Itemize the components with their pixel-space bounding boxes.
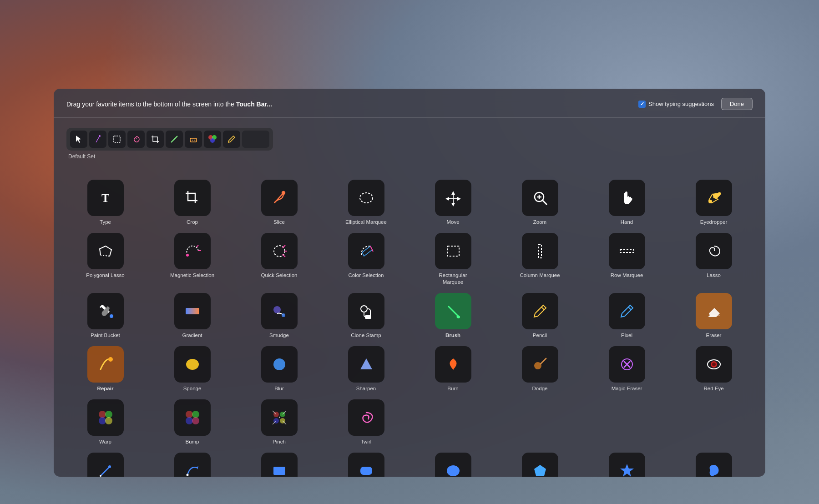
repair-label: Repair xyxy=(97,385,114,392)
svg-rect-23 xyxy=(447,246,459,256)
ds-marquee[interactable] xyxy=(108,131,126,148)
tool-slice[interactable]: Slice xyxy=(240,180,318,226)
tool-ellipse-shape[interactable]: Ellipse Shape xyxy=(414,453,492,477)
tool-pinch[interactable]: Pinch xyxy=(240,399,318,445)
star-shape-icon xyxy=(609,453,645,477)
tool-eraser[interactable]: Eraser xyxy=(675,293,753,339)
tool-warp[interactable]: Warp xyxy=(66,399,144,445)
clone-stamp-icon xyxy=(348,293,384,329)
tool-pixel[interactable]: Pixel xyxy=(588,293,666,339)
magnetic-selection-icon xyxy=(174,233,211,269)
polygonal-lasso-icon xyxy=(87,233,124,269)
pen-icon xyxy=(87,453,124,477)
tool-color-selection[interactable]: Color Selection xyxy=(327,233,405,286)
brush-icon xyxy=(435,293,471,329)
type-label: Type xyxy=(100,219,111,226)
tool-pen[interactable]: Pen xyxy=(66,453,144,477)
tool-custom-shape[interactable]: Custom Shape xyxy=(675,453,753,477)
row-marquee-label: Row Marquee xyxy=(611,272,643,279)
tool-zoom[interactable]: Zoom xyxy=(501,180,579,226)
tool-column-marquee[interactable]: Column Marquee xyxy=(501,233,579,286)
svg-point-30 xyxy=(361,306,367,312)
rectangular-marquee-label: RectangularMarquee xyxy=(439,272,467,286)
lasso-icon xyxy=(696,233,732,269)
svg-rect-5 xyxy=(190,138,197,142)
svg-line-41 xyxy=(541,358,546,364)
tool-star-shape[interactable]: Star Shape xyxy=(588,453,666,477)
tool-sponge[interactable]: Sponge xyxy=(153,346,231,392)
ds-crop[interactable] xyxy=(147,131,164,148)
ds-pencil[interactable] xyxy=(223,131,240,148)
tool-repair[interactable]: Repair xyxy=(66,346,144,392)
tool-move[interactable]: Move xyxy=(414,180,492,226)
tool-rectangular-marquee[interactable]: RectangularMarquee xyxy=(414,233,492,286)
tool-gradient[interactable]: Gradient xyxy=(153,293,231,339)
tool-bump[interactable]: Bump xyxy=(153,399,231,445)
tool-quick-selection[interactable]: Quick Selection xyxy=(240,233,318,286)
quick-selection-label: Quick Selection xyxy=(261,272,298,279)
tool-rectangle-shape[interactable]: Rectangle Shape xyxy=(240,453,318,477)
tool-pencil[interactable]: Pencil xyxy=(501,293,579,339)
show-typing-label[interactable]: Show typing suggestions xyxy=(638,101,714,108)
done-button[interactable]: Done xyxy=(721,98,753,110)
tool-rounded-rectangle-shape[interactable]: Rounded Rectangle Shape xyxy=(327,453,405,477)
svg-point-61 xyxy=(186,474,188,476)
svg-point-38 xyxy=(273,358,285,370)
elliptical-marquee-icon xyxy=(348,180,384,216)
svg-rect-62 xyxy=(273,467,285,475)
tool-paint-bucket[interactable]: Paint Bucket xyxy=(66,293,144,339)
tool-polygonal-lasso[interactable]: Polygonal Lasso xyxy=(66,233,144,286)
tool-lasso[interactable]: Lasso xyxy=(675,233,753,286)
default-set-label: Default Set xyxy=(66,153,95,160)
tool-polygon-shape[interactable]: Polygon Shape xyxy=(501,453,579,477)
ds-pen[interactable] xyxy=(89,131,106,148)
dodge-icon xyxy=(522,346,558,383)
tool-dodge[interactable]: Dodge xyxy=(501,346,579,392)
ds-lasso[interactable] xyxy=(127,131,145,148)
tool-smudge[interactable]: Smudge xyxy=(240,293,318,339)
svg-point-60 xyxy=(100,475,101,477)
tool-magic-eraser[interactable]: Magic Eraser xyxy=(588,346,666,392)
svg-point-28 xyxy=(273,306,281,313)
svg-point-45 xyxy=(712,363,716,366)
tool-eyedropper[interactable]: Eyedropper xyxy=(675,180,753,226)
tool-magnetic-selection[interactable]: Magnetic Selection xyxy=(153,233,231,286)
svg-point-11 xyxy=(282,192,285,194)
tool-hand[interactable]: Hand xyxy=(588,180,666,226)
crop-label: Crop xyxy=(187,219,198,226)
tool-brush[interactable]: Brush xyxy=(414,293,492,339)
default-set-bar xyxy=(66,128,273,151)
gradient-icon xyxy=(174,293,211,329)
dialog-content: Default Set T Type Crop xyxy=(54,118,765,477)
tool-twirl[interactable]: Twirl xyxy=(327,399,405,445)
tool-crop[interactable]: Crop xyxy=(153,180,231,226)
svg-point-9 xyxy=(210,138,215,143)
tool-type[interactable]: T Type xyxy=(66,180,144,226)
ds-cursor[interactable] xyxy=(70,131,87,148)
svg-point-18 xyxy=(709,200,712,203)
tool-clone-stamp[interactable]: Clone Stamp xyxy=(327,293,405,339)
tool-row-marquee[interactable]: Row Marquee xyxy=(588,233,666,286)
ds-smudge[interactable] xyxy=(204,131,221,148)
tool-burn[interactable]: Burn xyxy=(414,346,492,392)
move-label: Move xyxy=(446,219,459,226)
tool-sharpen[interactable]: Sharpen xyxy=(327,346,405,392)
sharpen-label: Sharpen xyxy=(356,385,376,392)
pinch-icon xyxy=(261,399,298,436)
show-typing-checkbox[interactable] xyxy=(638,101,646,108)
tool-freeform-pen[interactable]: Freeform Pen xyxy=(153,453,231,477)
tool-blur[interactable]: Blur xyxy=(240,346,318,392)
svg-point-51 xyxy=(192,411,199,418)
svg-point-52 xyxy=(186,417,193,424)
color-selection-icon xyxy=(348,233,384,269)
ds-brush[interactable] xyxy=(166,131,183,148)
ellipse-shape-icon xyxy=(435,453,471,477)
clone-stamp-label: Clone Stamp xyxy=(351,332,381,339)
warp-icon xyxy=(87,399,124,436)
bump-label: Bump xyxy=(185,438,199,445)
tool-elliptical-marquee[interactable]: Elliptical Marquee xyxy=(327,180,405,226)
warp-label: Warp xyxy=(99,438,111,445)
svg-point-59 xyxy=(108,465,111,468)
ds-eraser[interactable] xyxy=(185,131,202,148)
tool-red-eye[interactable]: Red Eye xyxy=(675,346,753,392)
